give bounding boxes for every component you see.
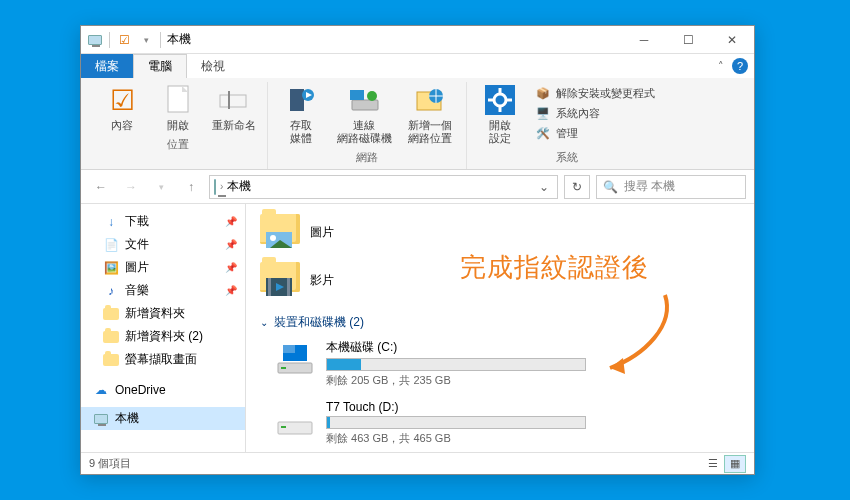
group-label-network: 網路 (356, 147, 378, 167)
drive-name: 本機磁碟 (C:) (326, 339, 586, 356)
drive-c[interactable]: 本機磁碟 (C:) 剩餘 205 GB，共 235 GB (260, 335, 740, 396)
chevron-down-icon: ⌄ (260, 317, 268, 328)
external-disk-icon (274, 400, 316, 436)
address-bar-row: ← → ▾ ↑ › 本機 ⌄ ↻ 🔍 搜尋 本機 (81, 170, 754, 204)
status-bar: 9 個項目 ☰ ▦ (81, 452, 754, 474)
details-view-button[interactable]: ☰ (702, 455, 724, 473)
capacity-bar (326, 416, 586, 429)
svg-rect-23 (287, 278, 290, 296)
add-netloc-button[interactable]: 新增一個 網路位置 (402, 82, 458, 147)
manage-button[interactable]: 🛠️管理 (531, 124, 659, 142)
media-button[interactable]: 存取 媒體 (276, 82, 326, 147)
close-button[interactable]: ✕ (710, 26, 754, 54)
pin-icon: 📌 (225, 216, 237, 227)
drive-name: T7 Touch (D:) (326, 400, 586, 414)
folder-icon (103, 329, 119, 345)
uninstall-button[interactable]: 📦解除安裝或變更程式 (531, 84, 659, 102)
drive-status: 剩餘 463 GB，共 465 GB (326, 431, 586, 446)
sidebar-item-thispc[interactable]: 本機 (81, 407, 245, 430)
sidebar-item-downloads[interactable]: ↓下載📌 (81, 210, 245, 233)
svg-rect-2 (220, 95, 246, 107)
forward-button[interactable]: → (119, 175, 143, 199)
tab-computer[interactable]: 電腦 (133, 54, 187, 78)
monitor-icon: 🖥️ (535, 105, 551, 121)
search-input[interactable]: 🔍 搜尋 本機 (596, 175, 746, 199)
thispc-icon (93, 411, 109, 427)
sidebar-item-music[interactable]: ♪音樂📌 (81, 279, 245, 302)
help-icon[interactable]: ? (732, 58, 748, 74)
sidebar-item-folder2[interactable]: 新增資料夾 (2) (81, 325, 245, 348)
pin-icon: 📌 (225, 285, 237, 296)
properties-button[interactable]: ☑ 內容 (97, 82, 147, 134)
sidebar-item-folder1[interactable]: 新增資料夾 (81, 302, 245, 325)
svg-rect-26 (281, 367, 286, 369)
refresh-button[interactable]: ↻ (564, 175, 590, 199)
body: ↓下載📌 📄文件📌 🖼️圖片📌 ♪音樂📌 新增資料夾 新增資料夾 (2) 螢幕擷… (81, 204, 754, 452)
search-icon: 🔍 (603, 180, 618, 194)
picture-icon: 🖼️ (103, 260, 119, 276)
svg-rect-30 (281, 426, 286, 428)
folder-label: 圖片 (310, 224, 334, 241)
sidebar-item-screenshots[interactable]: 螢幕擷取畫面 (81, 348, 245, 371)
wrench-icon: 🛠️ (535, 125, 551, 141)
search-placeholder: 搜尋 本機 (624, 178, 675, 195)
ribbon: ☑ 內容 開啟 重新命名 位置 存取 媒體 (81, 78, 754, 170)
minimize-button[interactable]: ─ (622, 26, 666, 54)
back-button[interactable]: ← (89, 175, 113, 199)
network-drive-icon (348, 84, 380, 116)
server-media-icon (285, 84, 317, 116)
item-count: 9 個項目 (89, 456, 131, 471)
folder-label: 影片 (310, 272, 334, 289)
gear-icon (484, 84, 516, 116)
capacity-bar (326, 358, 586, 371)
navigation-pane: ↓下載📌 📄文件📌 🖼️圖片📌 ♪音樂📌 新增資料夾 新增資料夾 (2) 螢幕擷… (81, 204, 246, 452)
ribbon-group-location: ☑ 內容 開啟 重新命名 位置 (89, 82, 268, 169)
rename-button[interactable]: 重新命名 (209, 82, 259, 134)
recent-dropdown[interactable]: ▾ (149, 175, 173, 199)
group-label-system: 系統 (556, 147, 578, 167)
tiles-view-button[interactable]: ▦ (724, 455, 746, 473)
properties-qat-icon[interactable]: ☑ (116, 32, 132, 48)
document-icon (162, 84, 194, 116)
breadcrumb[interactable]: 本機 (227, 178, 251, 195)
tab-file[interactable]: 檔案 (81, 54, 133, 78)
open-button[interactable]: 開啟 (153, 82, 203, 134)
ribbon-tabs: 檔案 電腦 檢視 ˄ ? (81, 54, 754, 78)
drives-group-header[interactable]: ⌄ 裝置和磁碟機 (2) (260, 308, 740, 335)
pin-icon: 📌 (225, 239, 237, 250)
folder-icon (260, 214, 300, 250)
ribbon-group-system: 開啟 設定 📦解除安裝或變更程式 🖥️系統內容 🛠️管理 系統 (467, 82, 667, 169)
sidebar-item-documents[interactable]: 📄文件📌 (81, 233, 245, 256)
svg-rect-22 (268, 278, 271, 296)
system-props-button[interactable]: 🖥️系統內容 (531, 104, 659, 122)
rename-icon (218, 84, 250, 116)
svg-rect-8 (350, 90, 364, 100)
up-button[interactable]: ↑ (179, 175, 203, 199)
qat-dropdown-icon[interactable]: ▾ (138, 32, 154, 48)
open-settings-button[interactable]: 開啟 設定 (475, 82, 525, 147)
group-label-location: 位置 (167, 134, 189, 154)
annotation-text: 完成指紋認證後 (460, 250, 649, 285)
thispc-icon (87, 32, 103, 48)
ribbon-group-network: 存取 媒體 連線 網路磁碟機 新增一個 網路位置 網路 (268, 82, 467, 169)
tab-view[interactable]: 檢視 (187, 54, 239, 78)
svg-rect-4 (290, 89, 304, 111)
checkbox-icon: ☑ (106, 84, 138, 116)
sidebar-item-pictures[interactable]: 🖼️圖片📌 (81, 256, 245, 279)
explorer-window: ☑ ▾ 本機 ─ ☐ ✕ 檔案 電腦 檢視 ˄ ? ☑ 內容 (80, 25, 755, 475)
title-bar: ☑ ▾ 本機 ─ ☐ ✕ (81, 26, 754, 54)
address-dropdown-icon[interactable]: ⌄ (535, 180, 553, 194)
address-bar[interactable]: › 本機 ⌄ (209, 175, 558, 199)
svg-rect-7 (352, 100, 378, 110)
chevron-right-icon[interactable]: › (220, 181, 223, 192)
maximize-button[interactable]: ☐ (666, 26, 710, 54)
cloud-icon: ☁ (93, 382, 109, 398)
music-icon: ♪ (103, 283, 119, 299)
drive-d[interactable]: T7 Touch (D:) 剩餘 463 GB，共 465 GB (260, 396, 740, 452)
collapse-ribbon-icon[interactable]: ˄ (718, 60, 724, 73)
sidebar-item-onedrive[interactable]: ☁OneDrive (81, 379, 245, 401)
network-location-icon (414, 84, 446, 116)
pin-icon: 📌 (225, 262, 237, 273)
folder-icon (103, 352, 119, 368)
map-drive-button[interactable]: 連線 網路磁碟機 (332, 82, 396, 147)
